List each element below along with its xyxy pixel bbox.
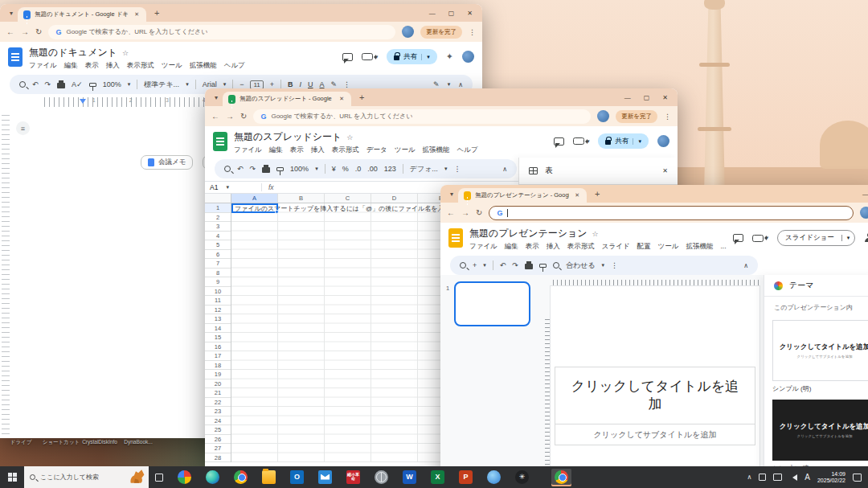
desktop-icon-shortcut[interactable]: ショートカット: [42, 439, 80, 445]
decrease-decimal-button[interactable]: .0: [355, 165, 362, 173]
row-header[interactable]: 5: [205, 240, 231, 250]
volume-tray-icon[interactable]: [789, 474, 797, 481]
font-size-increase[interactable]: +: [270, 80, 274, 88]
row-header[interactable]: 23: [205, 407, 231, 416]
caret-down-icon[interactable]: ▾: [483, 262, 486, 269]
forward-icon[interactable]: →: [461, 208, 469, 217]
print-icon[interactable]: [262, 167, 270, 173]
menu-item[interactable]: 拡張機能: [686, 242, 714, 252]
taskbar-app-paint3d[interactable]: [484, 469, 504, 486]
docs-title[interactable]: 無題のドキュメント: [29, 46, 117, 59]
menu-item[interactable]: ツール: [658, 242, 679, 252]
tab-close-icon[interactable]: ✕: [573, 192, 581, 199]
row-header[interactable]: 4: [205, 232, 231, 241]
undo-icon[interactable]: ↶: [237, 165, 244, 173]
network-tray-icon[interactable]: [773, 474, 782, 481]
taskbar-app-chrome-active[interactable]: [551, 469, 571, 486]
taskbar-app-word[interactable]: W: [399, 469, 420, 486]
row-header[interactable]: 20: [205, 379, 231, 389]
theme-card-simple-dark[interactable]: クリックしてタイトルを追加 クリックしてサブタイトルを追加: [772, 400, 868, 461]
close-button[interactable]: ✕: [467, 10, 473, 17]
minimize-button[interactable]: —: [862, 191, 868, 198]
format-currency-button[interactable]: ¥: [332, 165, 336, 173]
menu-item[interactable]: ...: [721, 242, 727, 252]
slide-canvas[interactable]: クリックしてタイトルを追加 クリックしてサブタイトルを追加: [551, 286, 760, 488]
account-avatar[interactable]: [657, 135, 669, 147]
taskbar-app-excel[interactable]: X: [428, 469, 448, 486]
minimize-button[interactable]: —: [429, 10, 436, 17]
menu-item[interactable]: 表示: [290, 146, 304, 155]
tab-close-icon[interactable]: ✕: [338, 96, 346, 102]
italic-button[interactable]: I: [300, 80, 302, 88]
chrome-menu-icon[interactable]: ⋮: [664, 113, 671, 121]
meet-camera-icon[interactable]: [752, 235, 764, 242]
font-select[interactable]: Arial: [203, 80, 217, 88]
chrome-update-button[interactable]: 更新を完了: [616, 110, 657, 123]
slides-tab[interactable]: 無題のプレゼンテーション - Google ✕: [458, 188, 587, 203]
paint-format-icon[interactable]: [539, 264, 547, 268]
desktop-icon-dynabook[interactable]: DynaBook...: [119, 439, 158, 445]
comment-icon[interactable]: [733, 234, 743, 242]
paint-format-icon[interactable]: [276, 167, 284, 171]
row-header[interactable]: 14: [205, 324, 231, 334]
hide-menus-icon[interactable]: ∧: [743, 262, 748, 269]
margin-marker-icon[interactable]: [80, 99, 86, 107]
close-button[interactable]: ✕: [662, 94, 668, 101]
slideshow-button[interactable]: スライドショー ▾: [777, 230, 855, 246]
row-header[interactable]: 21: [205, 388, 231, 398]
row-header[interactable]: 13: [205, 314, 231, 324]
font-select[interactable]: デフォ...: [410, 164, 438, 174]
select-all-corner[interactable]: [205, 194, 231, 203]
maximize-button[interactable]: ▢: [644, 94, 650, 101]
caret-down-icon[interactable]: ▾: [448, 81, 451, 88]
row-header[interactable]: 12: [205, 306, 231, 315]
docs-vertical-ruler[interactable]: [2, 115, 10, 438]
share-button[interactable]: 共有 ▾: [387, 49, 437, 64]
tab-search-chevron[interactable]: ▾: [445, 191, 458, 198]
column-header[interactable]: C: [325, 194, 371, 203]
menu-item[interactable]: ファイル: [469, 242, 497, 252]
docs-tab[interactable]: 無題のドキュメント - Google ドキュ ✕: [18, 7, 146, 22]
menu-item[interactable]: 挿入: [311, 146, 325, 155]
taskbar-search-input[interactable]: ここに入力して検索: [24, 466, 149, 488]
back-icon[interactable]: ←: [447, 208, 455, 217]
taskbar-app-outlook[interactable]: [287, 469, 307, 486]
zoom-select[interactable]: 100%: [290, 165, 309, 173]
row-header[interactable]: 27: [205, 444, 231, 453]
desktop-icon-drive[interactable]: ドライブ: [2, 439, 40, 445]
format-percent-button[interactable]: %: [342, 165, 349, 173]
taskbar-app-edge[interactable]: [203, 469, 223, 486]
menu-item[interactable]: 拡張機能: [190, 61, 217, 71]
menu-item[interactable]: 表示: [526, 242, 539, 252]
paragraph-style-select[interactable]: 標準テキ...: [144, 80, 179, 90]
menu-item[interactable]: 表示形式: [127, 61, 154, 71]
caret-down-icon[interactable]: ▾: [223, 81, 227, 88]
column-header[interactable]: D: [371, 194, 418, 203]
tab-search-chevron[interactable]: ▾: [5, 10, 18, 17]
taskbar-clock[interactable]: 14:09 2025/02/22: [817, 471, 845, 484]
fx-label[interactable]: fx: [261, 183, 274, 191]
menu-item[interactable]: ファイル: [234, 146, 262, 155]
paint-format-icon[interactable]: [89, 83, 96, 87]
maximize-button[interactable]: ▢: [448, 10, 455, 17]
caret-down-icon[interactable]: ▾: [315, 166, 318, 172]
bold-button[interactable]: B: [288, 80, 293, 88]
share-person-icon[interactable]: [864, 233, 868, 243]
reload-icon[interactable]: ↻: [35, 27, 42, 36]
menu-item[interactable]: 編集: [64, 61, 78, 71]
row-header[interactable]: 18: [205, 361, 231, 371]
menu-item[interactable]: 挿入: [547, 242, 560, 252]
sheets-app-icon[interactable]: [213, 132, 227, 151]
clipboard-tray-icon[interactable]: [759, 474, 766, 481]
reload-icon[interactable]: ↻: [476, 208, 482, 217]
sheets-title[interactable]: 無題のスプレッドシート: [234, 130, 342, 144]
back-icon[interactable]: ←: [211, 112, 219, 121]
gemini-icon[interactable]: ✦: [446, 51, 453, 62]
menu-item[interactable]: 拡張機能: [423, 146, 450, 155]
new-slide-button[interactable]: +: [473, 261, 477, 269]
caret-down-icon[interactable]: ▾: [128, 81, 131, 88]
comment-icon[interactable]: [554, 137, 564, 146]
tab-close-icon[interactable]: ✕: [133, 11, 141, 18]
more-toolbar-icon[interactable]: ⋮: [453, 165, 461, 173]
row-header[interactable]: 24: [205, 416, 231, 426]
